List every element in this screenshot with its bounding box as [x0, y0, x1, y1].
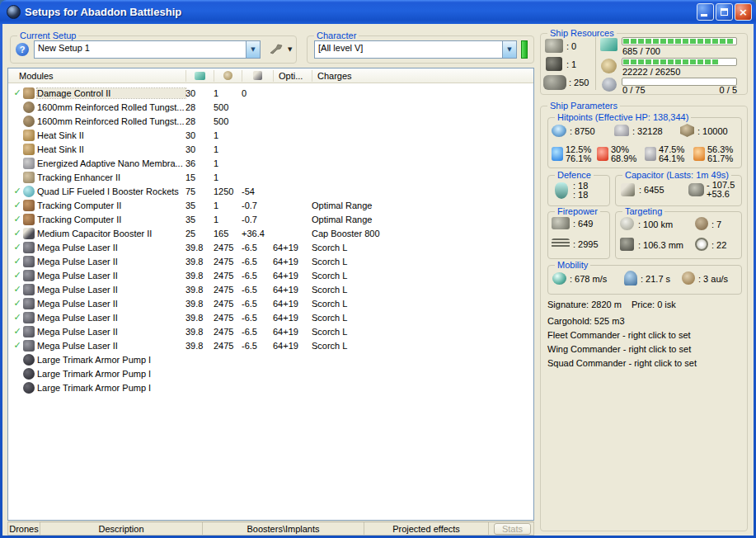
minimize-button[interactable] [697, 3, 714, 21]
module-active-check-icon[interactable]: ✓ [12, 186, 23, 196]
module-charge: Scorch L [312, 341, 533, 351]
module-active-check-icon[interactable]: ✓ [12, 256, 23, 267]
table-row[interactable]: ✓Tracking Computer II351-0.7Optimal Rang… [8, 212, 533, 226]
setup-tools-button[interactable]: ▼ [266, 42, 295, 56]
table-row[interactable]: ✓Mega Pulse Laser II39.82475-6.564+19Sco… [8, 338, 533, 352]
powergrid-column-header[interactable] [214, 70, 242, 82]
module-cap-use: -6.5 [242, 313, 273, 323]
module-cpu: 28 [185, 102, 214, 112]
module-active-check-icon[interactable]: ✓ [12, 312, 23, 323]
module-active-check-icon[interactable]: ✓ [12, 270, 23, 281]
close-button[interactable]: × [735, 3, 752, 21]
module-name: Mega Pulse Laser II [37, 243, 185, 252]
targeting-range-icon [620, 217, 634, 230]
capacitor-amount-value: : 6455 [639, 185, 664, 195]
modules-table-header[interactable]: Modules Opti... Charges [8, 68, 533, 83]
defence-shield-icon [555, 182, 568, 199]
table-row[interactable]: Energized Adaptive Nano Membra...361 [8, 156, 533, 170]
table-row[interactable]: ✓Mega Pulse Laser II39.82475-6.564+19Sco… [8, 282, 533, 296]
table-row[interactable]: 1600mm Reinforced Rolled Tungst...28500 [8, 100, 533, 114]
module-cap-use: -6.5 [242, 257, 273, 267]
module-active-check-icon[interactable]: ✓ [12, 242, 23, 252]
module-active-check-icon[interactable]: ✓ [12, 87, 23, 98]
heat-sink-icon [23, 130, 35, 141]
table-row[interactable]: Large Trimark Armor Pump I [8, 380, 533, 394]
title-bar[interactable]: Setups for Abaddon Battleship × [0, 0, 756, 24]
module-powergrid: 1 [214, 201, 242, 210]
module-charge: Scorch L [312, 243, 533, 252]
module-active-check-icon[interactable]: ✓ [12, 298, 23, 309]
module-active-check-icon[interactable]: ✓ [12, 228, 23, 238]
scan-resolution-icon [620, 238, 634, 251]
table-row[interactable]: Large Trimark Armor Pump I [8, 352, 533, 366]
module-cap-use: -6.5 [242, 271, 273, 281]
table-row[interactable]: 1600mm Reinforced Rolled Tungst...28500 [8, 114, 533, 128]
rig-icon [23, 354, 35, 366]
capacitor-amount-icon [621, 183, 635, 196]
module-active-check-icon[interactable]: ✓ [12, 214, 23, 224]
module-cpu: 35 [185, 201, 214, 210]
table-row[interactable]: ✓Mega Pulse Laser II39.82475-6.564+19Sco… [8, 296, 533, 310]
capacitor-column-header[interactable] [242, 70, 273, 82]
modules-column-header[interactable]: Modules [8, 70, 185, 82]
cpu-bar [622, 37, 737, 45]
kinetic-armor-resist: 64.1% [659, 154, 684, 163]
setup-select[interactable]: New Setup 1 ▼ [34, 40, 261, 59]
powergrid-bar [622, 58, 737, 66]
squad-commander-text[interactable]: Squad Commander - right click to set [547, 358, 697, 368]
table-row[interactable]: ✓Quad LiF Fueled I Booster Rockets751250… [8, 184, 533, 198]
wing-commander-text[interactable]: Wing Commander - right click to set [547, 344, 691, 354]
table-row[interactable]: ✓Mega Pulse Laser II39.82475-6.564+19Sco… [8, 310, 533, 324]
help-icon[interactable]: ? [16, 43, 29, 56]
stats-button[interactable]: Stats [494, 523, 531, 535]
character-select[interactable]: [All level V] ▼ [314, 40, 517, 59]
cpu-column-header[interactable] [185, 70, 214, 82]
charges-column-header[interactable]: Charges [312, 70, 533, 82]
character-select-arrow[interactable]: ▼ [502, 41, 516, 58]
em-armor-resist: 76.1% [566, 154, 591, 163]
table-row[interactable]: ✓Medium Capacitor Booster II25165+36.4Ca… [8, 226, 533, 240]
defence-value-2: : 18 [573, 191, 588, 200]
module-cpu: 15 [185, 172, 214, 182]
table-row[interactable]: ✓Mega Pulse Laser II39.82475-6.564+19Sco… [8, 324, 533, 338]
module-cpu: 28 [185, 116, 214, 126]
armor-plate-icon [23, 116, 35, 127]
character-select-value: [All level V] [315, 41, 502, 58]
fleet-commander-text[interactable]: Fleet Commander - right click to set [547, 330, 691, 340]
module-name: Large Trimark Armor Pump I [37, 383, 185, 393]
defence-group: Defence : 18 : 18 [547, 175, 610, 206]
bottom-tab-projected-effects[interactable]: Projected effects [364, 522, 489, 535]
table-row[interactable]: ✓Damage Control II3010 [8, 86, 533, 100]
hitpoints-label: Hitpoints (Effective HP: 138,344) [555, 112, 691, 123]
module-optimal: 64+19 [273, 243, 312, 252]
table-row[interactable]: ✓Tracking Computer II351-0.7Optimal Rang… [8, 198, 533, 212]
optimal-column-header[interactable]: Opti... [273, 70, 312, 82]
bottom-tab-boosters-implants[interactable]: Boosters\Implants [203, 522, 364, 535]
table-row[interactable]: Heat Sink II301 [8, 128, 533, 142]
table-row[interactable]: ✓Mega Pulse Laser II39.82475-6.564+19Sco… [8, 240, 533, 254]
module-active-check-icon[interactable]: ✓ [12, 284, 23, 295]
module-active-check-icon[interactable]: ✓ [12, 200, 23, 210]
signature-text: Signature: 2820 m [547, 300, 622, 309]
table-row[interactable]: Heat Sink II301 [8, 142, 533, 156]
bottom-tab-description[interactable]: Description [40, 522, 203, 535]
maximize-button[interactable] [716, 3, 733, 21]
module-charge: Scorch L [312, 299, 533, 309]
table-row[interactable]: ✓Mega Pulse Laser II39.82475-6.564+19Sco… [8, 254, 533, 268]
module-active-check-icon[interactable]: ✓ [12, 326, 23, 337]
module-powergrid: 1 [214, 172, 242, 182]
calibration-value: : 250 [569, 78, 589, 87]
cap-booster-icon [23, 228, 35, 239]
rig-calibration-icon [543, 75, 566, 90]
armor-plate-icon [23, 101, 35, 113]
table-row[interactable]: ✓Mega Pulse Laser II39.82475-6.564+19Sco… [8, 268, 533, 282]
volley-icon [552, 217, 570, 229]
setup-select-arrow[interactable]: ▼ [246, 41, 260, 58]
module-optimal: 64+19 [273, 257, 312, 267]
module-active-check-icon[interactable]: ✓ [12, 340, 23, 351]
table-row[interactable]: Large Trimark Armor Pump I [8, 366, 533, 380]
bottom-tab-drones[interactable]: Drones [8, 522, 40, 535]
table-row[interactable]: Tracking Enhancer II151 [8, 170, 533, 184]
capacitor-column-icon [253, 71, 262, 80]
module-charge: Scorch L [312, 257, 533, 267]
